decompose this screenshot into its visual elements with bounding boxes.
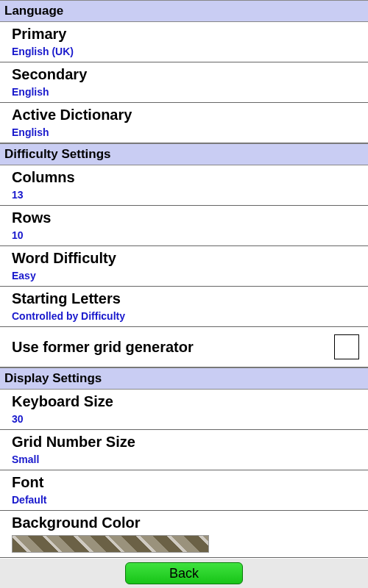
setting-label: Keyboard Size xyxy=(12,392,368,411)
setting-word-difficulty[interactable]: Word Difficulty Easy xyxy=(0,246,368,287)
setting-keyboard-size[interactable]: Keyboard Size 30 xyxy=(0,390,368,430)
setting-value: Small xyxy=(12,453,368,465)
setting-secondary[interactable]: Secondary English xyxy=(0,62,368,103)
setting-value: 30 xyxy=(12,413,368,425)
setting-value: 10 xyxy=(12,229,368,241)
setting-label: Primary xyxy=(12,25,368,43)
setting-label: Background Color xyxy=(12,514,368,532)
setting-font[interactable]: Font Default xyxy=(0,470,368,511)
setting-label: Use former grid generator xyxy=(12,338,194,356)
setting-label: Grid Number Size xyxy=(12,433,368,451)
section-header-display: Display Settings xyxy=(0,368,368,390)
setting-background-color[interactable]: Background Color xyxy=(0,511,368,558)
setting-starting-letters[interactable]: Starting Letters Controlled by Difficult… xyxy=(0,287,368,327)
setting-value: Easy xyxy=(12,270,368,282)
setting-value: English (UK) xyxy=(12,46,368,57)
footer-bar: Back xyxy=(0,559,368,588)
settings-scroll[interactable]: Language Primary English (UK) Secondary … xyxy=(0,0,368,559)
setting-value: 13 xyxy=(12,189,368,201)
background-color-swatch xyxy=(12,535,209,553)
back-button[interactable]: Back xyxy=(125,562,243,584)
former-grid-checkbox[interactable] xyxy=(334,334,359,359)
setting-former-grid[interactable]: Use former grid generator xyxy=(0,327,368,368)
setting-label: Starting Letters xyxy=(12,290,368,308)
setting-grid-number-size[interactable]: Grid Number Size Small xyxy=(0,430,368,470)
setting-label: Rows xyxy=(12,209,368,227)
setting-rows[interactable]: Rows 10 xyxy=(0,206,368,246)
setting-label: Word Difficulty xyxy=(12,249,368,268)
section-header-difficulty: Difficulty Settings xyxy=(0,143,368,165)
setting-value: Controlled by Difficulty xyxy=(12,310,368,322)
setting-label: Active Dictionary xyxy=(12,106,368,124)
setting-label: Font xyxy=(12,473,368,492)
setting-label: Columns xyxy=(12,168,368,187)
section-header-language: Language xyxy=(0,0,368,22)
setting-label: Secondary xyxy=(12,65,368,84)
setting-value: English xyxy=(12,86,368,98)
setting-primary[interactable]: Primary English (UK) xyxy=(0,22,368,62)
setting-value: Default xyxy=(12,494,368,506)
setting-columns[interactable]: Columns 13 xyxy=(0,165,368,206)
setting-value: English xyxy=(12,126,368,138)
setting-active-dictionary[interactable]: Active Dictionary English xyxy=(0,103,368,143)
